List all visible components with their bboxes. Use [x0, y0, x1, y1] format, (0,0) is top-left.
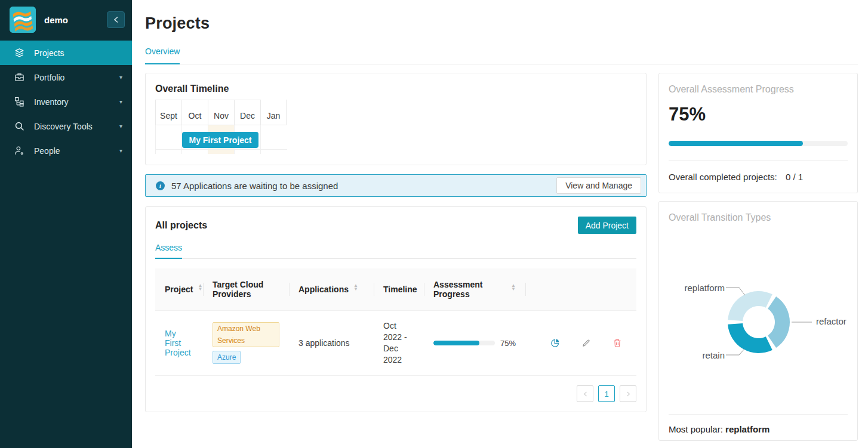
column-header-applications[interactable]: Applications ▲▼ — [289, 268, 374, 310]
divider — [669, 414, 848, 415]
app-logo — [10, 7, 36, 33]
tab-assess-label: Assess — [155, 243, 182, 252]
column-label: Target Cloud Providers — [213, 280, 279, 299]
progress-track — [433, 341, 495, 345]
progress-fill — [433, 341, 479, 345]
timeline-month: Jan — [260, 100, 287, 125]
search-icon — [14, 121, 24, 131]
column-header-assessment-progress[interactable]: Assessment Progress ▲▼ — [424, 268, 525, 310]
briefcase-icon — [14, 72, 24, 82]
project-link[interactable]: My First Project — [165, 329, 193, 357]
overall-transition-types-card: Overall Transition Types replatform refa… — [658, 201, 858, 441]
completed-projects-value: 0 / 1 — [786, 172, 803, 182]
view-and-manage-button[interactable]: View and Manage — [556, 177, 641, 194]
transition-donut-chart: replatform refactor retain — [669, 225, 848, 414]
timeline-month: Oct — [181, 100, 208, 125]
tab-assess[interactable]: Assess — [155, 243, 182, 258]
main-content: Projects Overview Overall Timeline Sept … — [132, 0, 868, 448]
cluster-icon — [14, 97, 24, 107]
column-header-target-cloud-providers: Target Cloud Providers — [203, 268, 289, 310]
applications-cell: 3 applications — [289, 311, 374, 375]
pie-chart-icon[interactable] — [550, 338, 560, 348]
info-icon: i — [156, 181, 165, 190]
donut-label-replatform: replatform — [669, 283, 725, 293]
tab-ink-bar — [145, 63, 180, 64]
sidebar-item-label: Portfolio — [34, 73, 119, 82]
transition-card-title: Overall Transition Types — [669, 212, 848, 223]
pagination: 1 — [155, 385, 636, 402]
overall-progress-fill — [669, 141, 803, 146]
progress-label: 75% — [500, 339, 516, 348]
completed-projects-line: Overall completed projects: 0 / 1 — [669, 172, 848, 182]
overall-progress-track — [669, 141, 848, 146]
chevron-left-icon — [113, 17, 118, 23]
overall-progress-percent: 75% — [669, 104, 848, 125]
all-projects-title: All projects — [155, 220, 578, 231]
timeline-month: Nov — [208, 100, 234, 125]
table-header-row: Project ▲▼ Target Cloud Providers Applic… — [155, 268, 636, 311]
delete-icon[interactable] — [612, 338, 622, 348]
project-cell: My First Project — [155, 311, 203, 375]
assessment-progress-cell: 75% — [424, 311, 525, 375]
timeline-grid: Sept Oct Nov Dec Jan — [155, 100, 287, 154]
sidebar-item-portfolio[interactable]: Portfolio ▾ — [0, 65, 132, 89]
most-popular-label: Most popular: — [669, 424, 723, 434]
projects-table: Project ▲▼ Target Cloud Providers Applic… — [155, 268, 636, 376]
column-header-timeline: Timeline — [374, 268, 424, 310]
sidebar: demo Projects — [0, 0, 132, 448]
pagination-next-button[interactable] — [620, 385, 636, 402]
info-banner: i 57 Applications are waiting to be assi… — [145, 174, 647, 197]
logo-waves-icon — [10, 7, 36, 33]
sidebar-header: demo — [0, 0, 132, 39]
donut-slice-retain — [728, 323, 772, 353]
tab-overview[interactable]: Overview — [145, 47, 180, 64]
sidebar-collapse-button[interactable] — [107, 11, 125, 28]
person-gear-icon — [14, 146, 24, 156]
column-label: Assessment Progress — [433, 280, 506, 299]
column-label: Project — [165, 285, 193, 294]
donut-slice-refactor — [768, 296, 790, 348]
pagination-page-1[interactable]: 1 — [598, 385, 615, 402]
tab-overview-label: Overview — [145, 47, 180, 56]
timeline-cell-text: Oct 2022 - Dec 2022 — [374, 311, 424, 375]
chevron-down-icon: ▾ — [119, 147, 122, 154]
donut-label-retain: retain — [669, 350, 725, 360]
chevron-down-icon: ▾ — [119, 123, 122, 129]
sidebar-item-projects[interactable]: Projects — [0, 41, 132, 65]
timeline-card-title: Overall Timeline — [155, 84, 636, 94]
column-label: Timeline — [383, 285, 417, 294]
column-label: Applications — [298, 285, 349, 294]
sort-icon: ▲▼ — [198, 286, 202, 293]
timeline-row-divider — [155, 149, 287, 150]
app-window: demo Projects — [0, 0, 868, 448]
add-project-button[interactable]: Add Project — [578, 217, 636, 234]
column-header-actions — [525, 268, 636, 310]
column-header-project[interactable]: Project ▲▼ — [155, 268, 203, 310]
provider-tag-aws: Amazon Web Services — [213, 322, 279, 347]
sidebar-item-label: Discovery Tools — [34, 122, 119, 131]
sidebar-item-people[interactable]: People ▾ — [0, 138, 132, 163]
timeline-range: Oct 2022 - Dec 2022 — [383, 320, 414, 366]
sidebar-item-label: People — [34, 146, 119, 156]
overall-timeline-card: Overall Timeline Sept Oct Nov Dec Jan — [145, 73, 647, 165]
timeline-project-bar[interactable]: My First Project — [182, 132, 258, 148]
org-name: demo — [44, 15, 107, 25]
leader-line-retain — [726, 349, 744, 355]
table-row: My First Project Amazon Web Services Azu… — [155, 311, 636, 376]
pagination-prev-button[interactable] — [577, 385, 593, 402]
edit-icon[interactable] — [581, 338, 591, 348]
banner-message: 57 Applications are waiting to be assign… — [171, 181, 556, 191]
completed-projects-label: Overall completed projects: — [669, 172, 777, 182]
chevron-down-icon: ▾ — [119, 74, 122, 81]
sidebar-item-discovery-tools[interactable]: Discovery Tools ▾ — [0, 114, 132, 138]
donut-label-refactor: refactor — [816, 316, 847, 326]
projects-tabs: Assess — [155, 242, 636, 259]
divider — [669, 160, 848, 161]
page-tabs: Overview — [145, 46, 858, 64]
leader-line-replatform — [726, 288, 745, 295]
sidebar-item-inventory[interactable]: Inventory ▾ — [0, 89, 132, 114]
chevron-down-icon: ▾ — [119, 98, 122, 105]
assessment-card-title: Overall Assessment Progress — [669, 84, 848, 95]
sidebar-item-label: Projects — [34, 48, 122, 58]
layers-icon — [14, 48, 24, 58]
